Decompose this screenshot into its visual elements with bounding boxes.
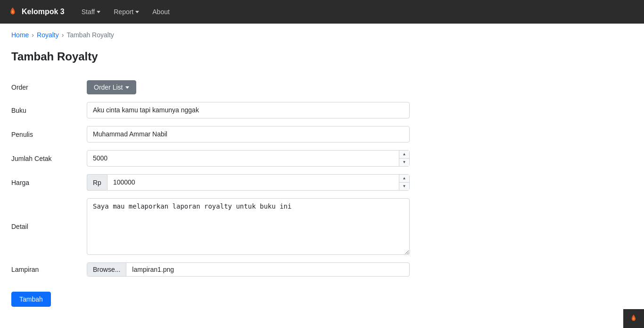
lampiran-label: Lampiran: [11, 259, 87, 280]
lampiran-browse-button[interactable]: Browse...: [87, 263, 126, 276]
page-title: Tambah Royalty: [11, 50, 633, 63]
order-list-button[interactable]: Order List: [87, 80, 136, 94]
order-row: Order Order List: [11, 76, 464, 98]
buku-row: Buku: [11, 98, 464, 122]
harga-decrement[interactable]: ▼: [399, 183, 409, 190]
nav-report[interactable]: Report: [108, 4, 145, 19]
lampiran-filename: lampiran1.png: [126, 263, 409, 276]
penulis-row: Penulis: [11, 122, 464, 146]
detail-label: Detail: [11, 194, 87, 259]
nav-about[interactable]: About: [147, 4, 175, 19]
submit-button[interactable]: Tambah: [11, 292, 51, 307]
flame-icon: [8, 7, 18, 17]
breadcrumb: Home › Royalty › Tambah Royalty: [11, 31, 633, 39]
breadcrumb-sep-1: ›: [32, 31, 34, 39]
harga-label: Harga: [11, 170, 87, 194]
harga-input[interactable]: [107, 174, 410, 191]
lampiran-row: Lampiran Browse... lampiran1.png: [11, 259, 464, 280]
harga-spinners: ▲ ▼: [399, 175, 409, 190]
bottom-right-flame: [623, 309, 644, 326]
penulis-input[interactable]: [87, 126, 410, 143]
brand-link[interactable]: Kelompok 3: [8, 7, 65, 17]
breadcrumb-container: Home › Royalty › Tambah Royalty: [0, 24, 644, 42]
jumlah-cetak-decrement[interactable]: ▼: [399, 159, 409, 166]
harga-prefix: Rp: [87, 174, 107, 191]
jumlah-cetak-label: Jumlah Cetak: [11, 146, 87, 170]
breadcrumb-home[interactable]: Home: [11, 31, 29, 39]
harga-spinner-wrap: ▲ ▼: [107, 174, 410, 191]
buku-input[interactable]: [87, 102, 410, 118]
detail-textarea[interactable]: [87, 198, 410, 255]
buku-label: Buku: [11, 98, 87, 122]
jumlah-cetak-wrapper: ▲ ▼: [87, 150, 410, 167]
page-content: Tambah Royalty Order Order List Buku: [0, 42, 644, 326]
detail-row: Detail: [11, 194, 464, 259]
breadcrumb-current: Tambah Royalty: [66, 31, 114, 39]
submit-row: Tambah: [11, 292, 633, 307]
nav-menu: Staff Report About: [76, 4, 175, 19]
breadcrumb-sep-2: ›: [62, 31, 64, 39]
penulis-label: Penulis: [11, 122, 87, 146]
order-list-caret: [125, 86, 129, 89]
jumlah-cetak-row: Jumlah Cetak ▲ ▼: [11, 146, 464, 170]
staff-dropdown-caret: [97, 11, 100, 13]
jumlah-cetak-spinners: ▲ ▼: [399, 151, 409, 166]
royalty-form: Order Order List Buku Penulis: [11, 76, 464, 280]
harga-increment[interactable]: ▲: [399, 175, 409, 183]
jumlah-cetak-input[interactable]: [87, 150, 410, 167]
lampiran-file-wrap: Browse... lampiran1.png: [87, 262, 410, 277]
nav-staff[interactable]: Staff: [76, 4, 107, 19]
jumlah-cetak-increment[interactable]: ▲: [399, 151, 409, 159]
harga-row: Harga Rp ▲ ▼: [11, 170, 464, 194]
breadcrumb-royalty[interactable]: Royalty: [37, 31, 59, 39]
harga-input-group: Rp ▲ ▼: [87, 174, 410, 191]
report-dropdown-caret: [135, 11, 139, 13]
order-label: Order: [11, 76, 87, 98]
brand-name: Kelompok 3: [22, 8, 65, 16]
navbar: Kelompok 3 Staff Report About: [0, 0, 644, 24]
bottom-flame-icon: [629, 314, 638, 323]
